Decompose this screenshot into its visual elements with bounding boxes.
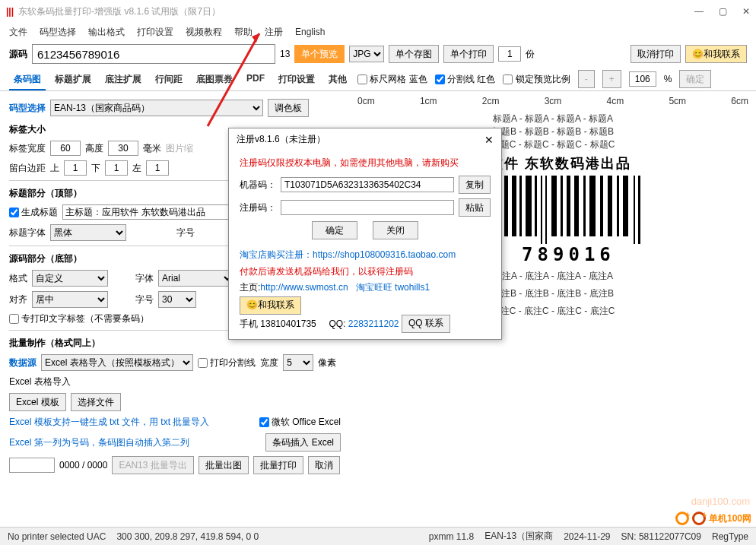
batch-progress-input[interactable] (9, 458, 55, 473)
minimize-button[interactable]: — (694, 6, 704, 17)
app-logo: ||| (6, 6, 14, 17)
excel-template-button[interactable]: Excel 模板 (9, 393, 66, 411)
split-checkbox[interactable]: 分割线 红色 (435, 73, 496, 86)
qq-link[interactable]: 2283211202 (348, 318, 399, 328)
text-only-checkbox[interactable]: 专打印文字标签（不需要条码） (9, 312, 149, 325)
reg-code-input[interactable] (281, 200, 454, 215)
copy-button[interactable]: 复制 (459, 176, 491, 194)
tab-print-set[interactable]: 打印设置 (274, 70, 319, 90)
status-dims: 300 300, 209.8 297, 419.8 594, 0 0 (116, 531, 259, 542)
gen-title-checkbox[interactable]: 生成标题 (9, 206, 58, 219)
tab-other[interactable]: 其他 (324, 70, 351, 90)
cancel-print-button[interactable]: 取消打印 (631, 45, 681, 63)
lock-checkbox[interactable]: 锁定预览比例 (503, 73, 570, 86)
tab-title-ext[interactable]: 标题扩展 (50, 70, 96, 90)
choose-file-button[interactable]: 选择文件 (71, 393, 121, 411)
site-link[interactable]: http://www.swmost.cn (260, 282, 348, 293)
svg-rect-23 (623, 176, 628, 236)
svg-rect-9 (519, 176, 522, 236)
zoom-input[interactable] (629, 71, 656, 87)
insert-excel-button[interactable]: 条码插入 Excel (265, 433, 341, 452)
menu-help[interactable]: 帮助 (234, 26, 253, 39)
zoom-out-button[interactable]: - (578, 70, 595, 88)
preview-button[interactable]: 单个预览 (294, 45, 345, 63)
window-title: 东软条码批量打印-增强版 v8.1.6 试用版（限7日） (18, 5, 221, 18)
tab-line-space[interactable]: 行间距 (151, 70, 187, 90)
wangwang-link[interactable]: 淘宝旺旺 twohills1 (356, 282, 430, 293)
title-size-label: 字号 (176, 227, 195, 239)
src-format-select[interactable]: 自定义 (32, 270, 108, 287)
svg-rect-24 (634, 176, 635, 244)
tab-barcode[interactable]: 条码图 (9, 70, 46, 90)
format-select[interactable]: JPG (349, 46, 384, 62)
menu-english[interactable]: English (295, 27, 325, 37)
codetype-select[interactable]: EAN-13（国家商品码） (50, 100, 263, 116)
excel-hint2[interactable]: Excel 第一列为号码，条码图自动插入第二列 (9, 436, 189, 449)
src-align-select[interactable]: 居中 (32, 291, 108, 308)
batch-image-button[interactable]: 批量出图 (199, 456, 249, 474)
save-image-button[interactable]: 单个存图 (389, 45, 439, 63)
margin-top-input[interactable] (64, 160, 87, 176)
status-pxmm: pxmm 11.8 (429, 531, 474, 542)
dialog-close-button[interactable]: ✕ (484, 134, 494, 146)
status-ean: EAN-13（国家商 (484, 530, 553, 543)
split-width-select[interactable]: 5 (283, 354, 313, 371)
shop-link[interactable]: https://shop108009316.taobao.com (313, 249, 456, 260)
margin-bottom-input[interactable] (105, 160, 128, 176)
svg-rect-7 (504, 176, 508, 236)
src-align-label: 对齐 (9, 293, 27, 306)
print-one-button[interactable]: 单个打印 (443, 45, 494, 63)
title-font-select[interactable]: 黑体 (50, 224, 126, 241)
margin-left-input[interactable] (146, 160, 169, 176)
contact2-button[interactable]: 😊和我联系 (240, 296, 301, 315)
menu-register[interactable]: 注册 (265, 26, 283, 39)
qq-contact-button[interactable]: QQ 联系 (402, 315, 450, 333)
main-title-input[interactable] (62, 204, 230, 220)
pay-hint: 付款后请发送机器码给我们，以获得注册码 (240, 264, 491, 280)
margin-label: 留白边距 (9, 162, 46, 175)
menu-output[interactable]: 输出格式 (88, 26, 125, 39)
tab-foot-ext[interactable]: 底注扩展 (100, 70, 146, 90)
split-line-checkbox[interactable]: 打印分割线 (198, 356, 256, 369)
zoom-in-button[interactable]: + (602, 70, 621, 88)
tab-bg-coupon[interactable]: 底图票券 (192, 70, 237, 90)
palette-button[interactable]: 调色板 (268, 99, 309, 117)
src-font-select[interactable]: Arial (158, 270, 234, 287)
close-button[interactable]: ✕ (742, 6, 750, 17)
copies-unit: 份 (526, 48, 535, 61)
status-reg: RegType (712, 531, 748, 542)
machine-code-input[interactable] (281, 177, 454, 192)
svg-rect-12 (541, 176, 542, 244)
dialog-ok-button[interactable]: 确定 (312, 221, 357, 239)
grid-checkbox[interactable]: 标尺网格 蓝色 (357, 73, 427, 86)
source-input[interactable] (32, 44, 275, 64)
copies-input[interactable] (498, 46, 521, 62)
badge-icon (675, 512, 689, 525)
tab-pdf[interactable]: PDF (242, 70, 269, 90)
dialog-close2-button[interactable]: 关闭 (373, 221, 418, 239)
ms-office-checkbox[interactable]: 微软 Office Excel (259, 416, 341, 429)
contact-button[interactable]: 😊和我联系 (685, 45, 747, 63)
svg-rect-8 (512, 176, 516, 236)
watermark: danji100.com (691, 496, 750, 507)
svg-rect-22 (617, 176, 619, 236)
batch-cancel-button[interactable]: 取消 (308, 456, 340, 474)
svg-rect-16 (567, 176, 570, 236)
label-width-input[interactable] (50, 141, 81, 156)
zoom-confirm-button[interactable]: 确定 (679, 70, 711, 88)
svg-rect-18 (583, 176, 586, 236)
svg-rect-13 (545, 176, 547, 244)
src-size-select[interactable]: 30 (158, 291, 196, 308)
datasource-select[interactable]: Excel 表格导入（按照模板格式） (41, 354, 193, 371)
excel-hint1[interactable]: Excel 模板支持一键生成 txt 文件，用 txt 批量导入 (9, 416, 209, 429)
menu-file[interactable]: 文件 (9, 26, 27, 39)
paste-button[interactable]: 粘贴 (459, 198, 491, 217)
menu-print[interactable]: 打印设置 (137, 26, 173, 39)
batch-print-button[interactable]: 批量打印 (253, 456, 303, 474)
maximize-button[interactable]: ▢ (719, 6, 727, 17)
menu-video[interactable]: 视频教程 (186, 26, 222, 39)
batch-export-button[interactable]: EAN13 批量导出 (112, 456, 193, 474)
label-height-input[interactable] (108, 141, 138, 156)
menu-codetype[interactable]: 码型选择 (40, 26, 76, 39)
svg-rect-10 (526, 176, 532, 236)
